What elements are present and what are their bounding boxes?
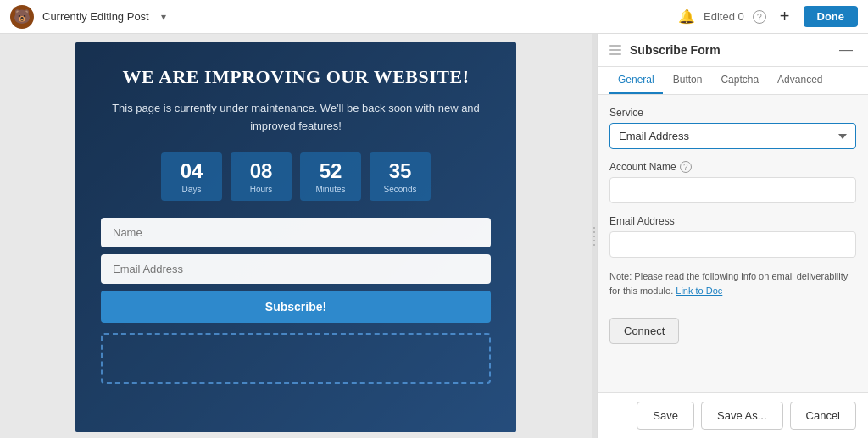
email-address-input[interactable] [609,231,856,258]
note-text: Note: Please read the following info on … [609,269,856,297]
chevron-down-icon[interactable]: ▾ [161,11,166,23]
days-label: Days [182,185,202,194]
seconds-value: 35 [389,159,412,183]
save-button[interactable]: Save [637,402,694,430]
canvas-area: We Are Improving Our Website! This page … [0,34,592,438]
service-label: Service [609,107,856,119]
note-section: Note: Please read the following info on … [609,269,856,297]
tab-advanced[interactable]: Advanced [769,67,831,94]
connect-button[interactable]: Connect [609,318,679,344]
panel-header: Subscribe Form — [598,34,868,67]
account-name-section: Account Name ? [609,161,856,203]
drag-dots [593,227,595,246]
hours-value: 08 [250,159,273,183]
countdown-seconds: 35 Seconds [370,152,431,201]
panel-title: Subscribe Form [630,43,836,57]
panel-content: Service Email Address Account Name ? Ema… [598,95,868,392]
note-link[interactable]: Link to Doc [676,286,722,296]
preview-name-input[interactable] [101,218,491,247]
account-name-input[interactable] [609,177,856,203]
panel-tabs: General Button Captcha Advanced [598,67,868,95]
minimize-icon[interactable]: — [836,42,856,58]
logo-emoji: 🐻 [14,8,31,25]
countdown-row: 04 Days 08 Hours 52 Minutes 35 Seconds [161,152,431,201]
minutes-label: Minutes [315,185,345,194]
service-select[interactable]: Email Address [609,123,856,149]
preview-subtext: This page is currently under maintenance… [101,100,491,136]
panel-drag-handle[interactable] [609,45,621,55]
cancel-button[interactable]: Cancel [790,402,856,430]
email-address-label: Email Address [609,215,856,227]
main-area: We Are Improving Our Website! This page … [0,34,868,438]
account-name-label: Account Name ? [609,161,856,173]
save-as-button[interactable]: Save As... [701,402,783,430]
countdown-minutes: 52 Minutes [300,152,361,201]
page-preview: We Are Improving Our Website! This page … [75,42,516,432]
done-button[interactable]: Done [804,6,859,27]
preview-overlay: We Are Improving Our Website! This page … [75,42,516,432]
edited-label: Edited 0 [704,10,744,23]
countdown-days: 04 Days [161,152,222,201]
seconds-label: Seconds [384,185,417,194]
editing-post-label: Currently Editing Post [42,10,149,23]
dashed-selection-box [101,333,491,384]
preview-subscribe-button[interactable]: Subscribe! [101,291,491,323]
countdown-hours: 08 Hours [231,152,292,201]
tab-captcha[interactable]: Captcha [712,67,767,94]
tab-button[interactable]: Button [665,67,711,94]
preview-email-input[interactable] [101,254,491,284]
site-logo: 🐻 [10,5,34,29]
help-icon[interactable]: ? [753,10,766,24]
minutes-value: 52 [320,159,342,183]
tab-general[interactable]: General [609,67,663,94]
add-icon[interactable]: + [775,7,795,26]
days-value: 04 [181,159,203,183]
account-name-help-icon[interactable]: ? [680,161,692,173]
bell-icon[interactable]: 🔔 [678,8,695,25]
subscribe-form-panel: Subscribe Form — General Button Captcha … [597,34,868,438]
preview-heading: We Are Improving Our Website! [123,66,470,88]
panel-footer: Save Save As... Cancel [598,392,868,438]
hours-label: Hours [250,185,273,194]
service-section: Service Email Address [609,107,856,149]
email-address-section: Email Address [609,215,856,258]
topbar: 🐻 Currently Editing Post ▾ 🔔 Edited 0 ? … [0,0,868,34]
